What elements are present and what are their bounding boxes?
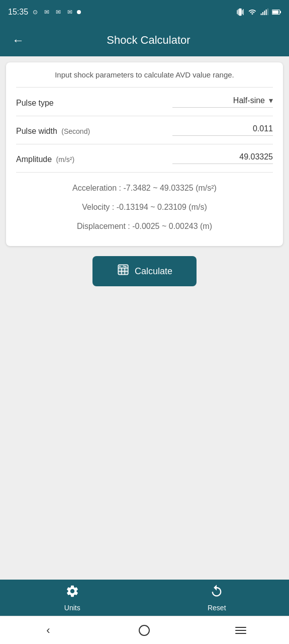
home-nav-button[interactable]: [132, 620, 157, 640]
divider-4: [16, 172, 273, 173]
svg-rect-2: [242, 10, 242, 14]
wifi-icon: [248, 8, 257, 17]
svg-rect-7: [264, 11, 265, 15]
calculator-card: Input shock parameters to calculate AVD …: [6, 62, 283, 246]
status-bar: 15:35 ⊙ ✉ ✉ ✉: [0, 0, 289, 24]
svg-rect-12: [272, 11, 278, 14]
results-section: Acceleration : -7.3482 ~ 49.03325 (m/s²)…: [16, 175, 273, 238]
pulse-width-unit: (Second): [61, 127, 90, 135]
subtitle-text: Input shock parameters to calculate AVD …: [16, 70, 273, 79]
app-bar: ← Shock Calculator: [0, 24, 289, 56]
svg-rect-4: [239, 9, 241, 16]
amplitude-unit: (m/s²): [56, 155, 75, 164]
home-circle-icon: [139, 625, 150, 636]
pulse-type-row: Pulse type Half-sine ▾: [16, 90, 273, 114]
divider-2: [16, 116, 273, 116]
pulse-width-row: Pulse width (Second): [16, 118, 273, 142]
calculate-btn-container: Calculate: [6, 246, 283, 291]
pulse-type-select[interactable]: Half-sine ▾: [172, 96, 273, 108]
units-nav-item[interactable]: Units: [47, 584, 98, 612]
system-nav-bar: ‹: [0, 616, 289, 644]
signal-icon: [260, 8, 269, 17]
calculate-label: Calculate: [135, 266, 172, 277]
status-time: 15:35: [8, 8, 28, 17]
back-nav-button[interactable]: ‹: [36, 620, 61, 640]
reset-icon: [210, 584, 224, 602]
vibrate-icon: [236, 8, 245, 17]
back-button[interactable]: ←: [8, 30, 28, 50]
mail2-icon: ✉: [54, 8, 63, 17]
gear-icon: [65, 584, 79, 602]
menu-nav-button[interactable]: [228, 620, 253, 640]
svg-rect-0: [237, 10, 237, 14]
back-chevron-icon: ‹: [46, 624, 50, 637]
svg-rect-6: [262, 12, 263, 15]
dot-indicator: [77, 10, 81, 14]
units-nav-label: Units: [64, 604, 80, 612]
svg-rect-9: [267, 9, 268, 15]
acceleration-result: Acceleration : -7.3482 ~ 49.03325 (m/s²): [16, 179, 273, 198]
displacement-result: Displacement : -0.0025 ~ 0.00243 (m): [16, 217, 273, 236]
calculate-button[interactable]: Calculate: [92, 256, 197, 286]
svg-rect-1: [238, 9, 238, 15]
pulse-type-value: Half-sine: [233, 96, 265, 105]
bottom-nav: Units Reset: [0, 580, 289, 616]
amplitude-label: Amplitude: [16, 155, 52, 164]
main-content: Input shock parameters to calculate AVD …: [0, 56, 289, 580]
divider-3: [16, 144, 273, 144]
page-title: Shock Calculator: [36, 34, 261, 47]
pulse-width-label-group: Pulse width (Second): [16, 127, 90, 136]
amplitude-row: Amplitude (m/s²): [16, 146, 273, 170]
svg-rect-3: [243, 9, 243, 15]
velocity-result: Velocity : -0.13194 ~ 0.23109 (m/s): [16, 198, 273, 217]
svg-rect-11: [280, 11, 281, 14]
svg-rect-5: [261, 14, 262, 15]
mail-icon: ✉: [42, 8, 51, 17]
svg-rect-8: [266, 10, 267, 15]
battery-icon: [272, 8, 281, 17]
pulse-width-input[interactable]: [172, 124, 273, 136]
chevron-down-icon: ▾: [269, 96, 273, 105]
menu-lines-icon: [235, 627, 246, 634]
divider-1: [16, 87, 273, 88]
status-left: 15:35 ⊙ ✉ ✉ ✉: [8, 8, 81, 17]
amplitude-input[interactable]: [172, 152, 273, 164]
amplitude-label-group: Amplitude (m/s²): [16, 155, 74, 164]
pulse-type-label: Pulse type: [16, 99, 54, 108]
reset-nav-item[interactable]: Reset: [191, 584, 242, 612]
mail3-icon: ✉: [65, 8, 74, 17]
clock-icon: ⊙: [31, 8, 40, 17]
status-right-icons: [236, 8, 281, 17]
reset-nav-label: Reset: [208, 604, 226, 612]
calculator-icon: [117, 263, 130, 279]
pulse-width-label: Pulse width: [16, 127, 57, 135]
